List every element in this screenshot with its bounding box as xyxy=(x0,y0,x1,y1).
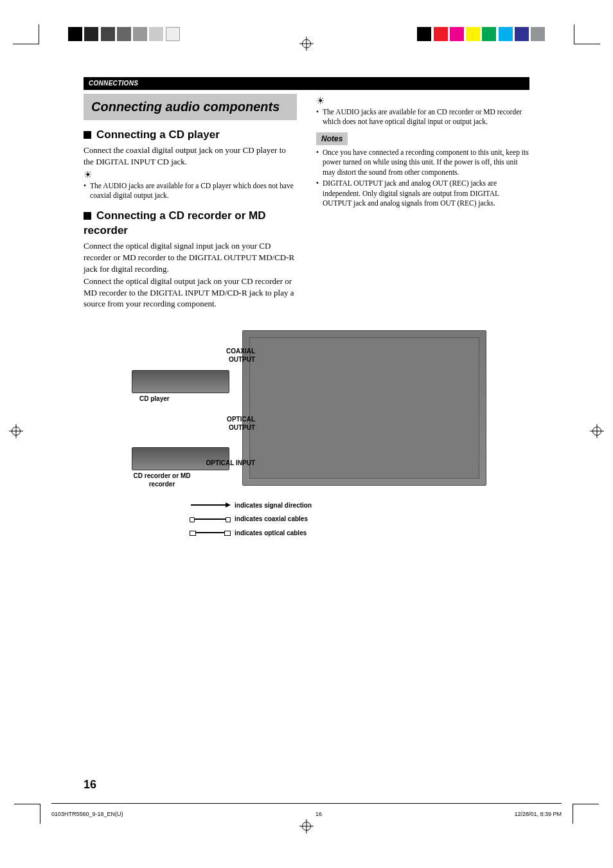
note-text: Once you have connected a recording comp… xyxy=(323,148,529,178)
registration-mark-bottom xyxy=(299,819,314,833)
label-cd-player: CD player xyxy=(139,394,170,403)
heading-cd-player: Connecting a CD player xyxy=(84,128,297,143)
bullet-dot-icon: • xyxy=(84,181,86,201)
chip-yellow xyxy=(466,27,480,41)
chip-green xyxy=(482,27,496,41)
grayscale-chips xyxy=(68,27,180,44)
legend-coax-icon xyxy=(191,518,229,520)
tip-bullet-recorder: •The AUDIO jacks are available for an CD… xyxy=(316,107,529,127)
bullet-dot-icon: • xyxy=(316,179,319,209)
tip-icon: ☀ xyxy=(84,170,297,180)
body-cd-player: Connect the coaxial digital output jack … xyxy=(84,145,297,167)
label-optical-input: OPTICAL INPUT xyxy=(204,459,255,468)
color-chips xyxy=(417,27,545,44)
receiver-rear-panel xyxy=(242,330,486,486)
section-header-bar: CONNECTIONS xyxy=(84,77,529,90)
page-title: Connecting audio components xyxy=(84,94,297,120)
note-item-1: •Once you have connected a recording com… xyxy=(316,148,529,178)
legend-optical-text: indicates optical cables xyxy=(235,529,306,538)
chip-cyan xyxy=(499,27,513,41)
crop-mark-bottom-right xyxy=(573,804,599,824)
cal-right-group xyxy=(417,27,613,44)
content-area: CONNECTIONS Connecting audio components … xyxy=(84,77,529,542)
page: CONNECTIONS Connecting audio components … xyxy=(0,0,613,868)
crop-mark-top-right xyxy=(574,24,600,44)
note-text: DIGITAL OUTPUT jack and analog OUT (REC)… xyxy=(323,179,529,209)
crop-mark-bottom-left xyxy=(14,804,40,824)
heading-text: Connecting a CD recorder or MD recorder xyxy=(84,209,266,236)
legend-row-signal: indicates signal direction xyxy=(191,501,486,510)
left-column: Connecting audio components Connecting a… xyxy=(84,94,297,311)
bullet-dot-icon: • xyxy=(316,107,319,127)
chip-k90 xyxy=(84,27,98,41)
registration-mark-left xyxy=(9,424,23,438)
label-optical-output: OPTICAL OUTPUT xyxy=(204,415,255,432)
chip-red xyxy=(434,27,448,41)
two-column-layout: Connecting audio components Connecting a… xyxy=(84,94,529,311)
crop-mark-top-left xyxy=(13,24,39,44)
heading-cd-recorder: Connecting a CD recorder or MD recorder xyxy=(84,209,297,238)
footer: 0103HTR5560_9-18_EN(U) 16 12/28/01, 8:39… xyxy=(51,803,562,829)
tip-text: The AUDIO jacks are available for a CD p… xyxy=(90,181,297,201)
footer-file: 0103HTR5560_9-18_EN(U) xyxy=(51,810,123,818)
chip-gray xyxy=(531,27,545,41)
tip-icon: ☀ xyxy=(316,96,529,106)
chip-k20 xyxy=(149,27,163,41)
right-column: ☀ •The AUDIO jacks are available for an … xyxy=(316,94,529,311)
chip-k5 xyxy=(166,27,180,41)
body-cd-recorder-1: Connect the optical digital signal input… xyxy=(84,240,297,274)
heading-text: Connecting a CD player xyxy=(96,128,220,141)
footer-timestamp: 12/28/01, 8:39 PM xyxy=(514,810,562,818)
cal-left-group xyxy=(0,27,180,44)
chip-black xyxy=(417,27,431,41)
label-coaxial-output: COAXIAL OUTPUT xyxy=(204,347,255,364)
figure-legend: indicates signal direction indicates coa… xyxy=(191,501,486,538)
notes-label: Notes xyxy=(316,132,348,145)
note-item-2: •DIGITAL OUTPUT jack and analog OUT (REC… xyxy=(316,179,529,209)
chip-blue xyxy=(515,27,529,41)
device-cd-player xyxy=(132,370,229,393)
registration-mark-right xyxy=(590,424,604,438)
legend-signal-text: indicates signal direction xyxy=(235,501,312,510)
chip-k100 xyxy=(68,27,82,41)
square-bullet-icon xyxy=(84,131,91,139)
label-cd-recorder: CD recorder or MD recorder xyxy=(127,472,197,489)
legend-row-optical: indicates optical cables xyxy=(191,529,486,538)
chip-k60 xyxy=(117,27,131,41)
body-cd-recorder-2: Connect the optical digital output jack … xyxy=(84,276,297,310)
square-bullet-icon xyxy=(84,212,91,220)
footer-text-row: 0103HTR5560_9-18_EN(U) 16 12/28/01, 8:39… xyxy=(51,810,562,818)
bullet-dot-icon: • xyxy=(316,148,319,178)
tip-text: The AUDIO jacks are available for an CD … xyxy=(323,107,529,127)
chip-k75 xyxy=(101,27,115,41)
wiring-figure: COAXIAL OUTPUT CD player OPTICAL OUTPUT … xyxy=(84,330,529,543)
page-number: 16 xyxy=(84,777,96,792)
legend-row-coax: indicates coaxial cables xyxy=(191,515,486,524)
chip-k40 xyxy=(133,27,147,41)
print-calibration-row xyxy=(0,27,613,46)
footer-page: 16 xyxy=(315,810,322,818)
registration-mark-top xyxy=(299,37,314,51)
chip-magenta xyxy=(450,27,464,41)
legend-coax-text: indicates coaxial cables xyxy=(235,515,308,524)
figure-box: COAXIAL OUTPUT CD player OPTICAL OUTPUT … xyxy=(127,330,486,543)
legend-optical-icon xyxy=(191,532,229,533)
legend-signal-icon xyxy=(191,504,229,506)
tip-bullet-cd-player: •The AUDIO jacks are available for a CD … xyxy=(84,181,297,201)
